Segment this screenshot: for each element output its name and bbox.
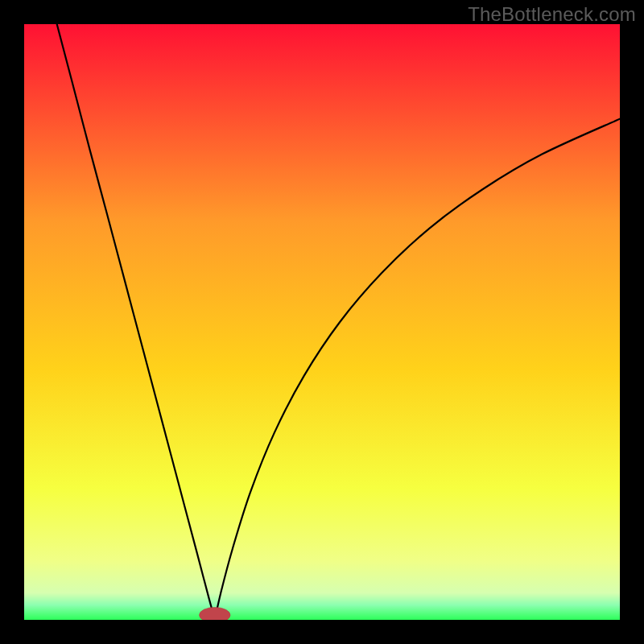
gradient-background [24, 24, 620, 620]
chart-frame [24, 24, 620, 620]
bottleneck-chart [24, 24, 620, 620]
watermark-text: TheBottleneck.com [468, 3, 636, 26]
